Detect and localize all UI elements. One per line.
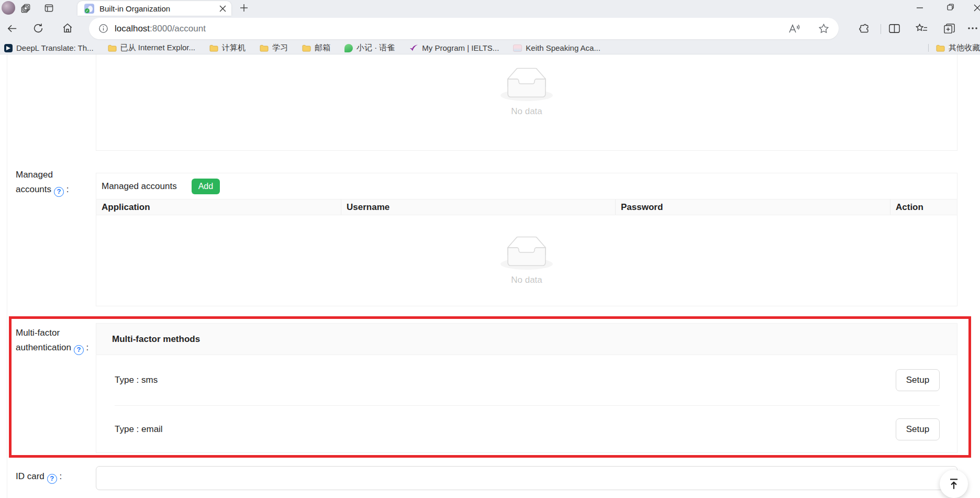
url-host: localhost xyxy=(115,24,150,34)
favorite-star-icon[interactable] xyxy=(818,23,829,34)
favorites-hub-icon[interactable] xyxy=(915,23,928,34)
read-aloud-icon[interactable] xyxy=(788,24,800,34)
yuque-icon xyxy=(344,44,353,52)
column-header-password[interactable]: Password xyxy=(616,200,890,215)
idcard-input[interactable] xyxy=(96,466,957,490)
scroll-top-icon xyxy=(947,477,961,491)
bookmark-keith[interactable]: Keith Speaking Aca... xyxy=(513,43,600,52)
mfa-row-email: Type : email Setup xyxy=(115,406,940,452)
refresh-icon[interactable] xyxy=(32,23,44,34)
folder-icon xyxy=(209,45,218,52)
keith-icon xyxy=(513,45,522,52)
folder-icon xyxy=(302,45,311,52)
idcard-field-label: ID card? : xyxy=(16,469,62,484)
browser-chrome: ✓ Built-in Organization xyxy=(0,0,980,54)
empty-text: No data xyxy=(511,275,542,285)
bookmark-folder-computer[interactable]: 计算机 xyxy=(209,43,246,53)
folder-icon xyxy=(936,45,945,52)
tab-actions-icon[interactable] xyxy=(44,3,54,13)
setup-button-email[interactable]: Setup xyxy=(896,418,940,440)
add-button[interactable]: Add xyxy=(192,179,220,194)
tab-strip: ✓ Built-in Organization xyxy=(0,0,980,16)
tab-close-icon[interactable] xyxy=(219,5,226,12)
mfa-type-label: Type : email xyxy=(115,424,163,435)
bookmarks-bar: DeepL Translate: Th... 已从 Internet Explo… xyxy=(0,42,980,54)
mfa-row-sms: Type : sms Setup xyxy=(115,355,940,406)
mfa-type-label: Type : sms xyxy=(115,375,158,385)
column-header-username[interactable]: Username xyxy=(341,200,616,215)
column-header-action[interactable]: Action xyxy=(890,200,957,215)
column-header-application[interactable]: Application xyxy=(96,200,341,215)
toolbar-divider xyxy=(881,24,881,34)
tab-title: Built-in Organization xyxy=(99,4,219,13)
folder-icon xyxy=(260,45,269,52)
profile-avatar[interactable] xyxy=(2,1,15,15)
bookmark-folder-study[interactable]: 学习 xyxy=(260,43,288,53)
new-tab-icon[interactable] xyxy=(240,4,248,12)
mfa-card: Multi-factor methods Type : sms Setup Ty… xyxy=(96,323,957,453)
browser-toolbar: localhost:8000/account xyxy=(0,16,980,42)
collections-icon[interactable] xyxy=(943,23,955,35)
home-icon[interactable] xyxy=(62,23,73,34)
mfa-list: Type : sms Setup Type : email Setup xyxy=(96,355,957,452)
help-icon[interactable]: ? xyxy=(54,187,64,197)
site-info-icon[interactable] xyxy=(98,24,108,34)
help-icon[interactable]: ? xyxy=(47,474,57,484)
deepl-icon xyxy=(4,44,13,52)
setup-button-sms[interactable]: Setup xyxy=(896,369,940,391)
other-favorites[interactable]: 其他收藏 xyxy=(928,43,980,53)
split-screen-icon[interactable] xyxy=(888,23,900,34)
top-table-card: No data xyxy=(96,54,957,151)
managed-accounts-title: Managed accounts xyxy=(102,181,177,192)
url-text[interactable]: localhost:8000/account xyxy=(115,24,206,34)
table-empty-body: No data xyxy=(96,215,957,306)
workspaces-icon[interactable] xyxy=(21,3,31,13)
bookmark-deepl[interactable]: DeepL Translate: Th... xyxy=(4,43,94,52)
folder-icon xyxy=(108,45,117,52)
managed-accounts-titlebar: Managed accounts Add xyxy=(96,173,957,200)
mfa-field-label: Multi-factor authentication? : xyxy=(16,326,88,355)
form-left-border xyxy=(7,54,7,498)
ielts-check-icon xyxy=(409,44,418,52)
back-to-top-button[interactable] xyxy=(940,470,968,498)
empty-box-icon xyxy=(500,236,553,270)
back-icon[interactable] xyxy=(6,23,18,35)
bookmarks-divider xyxy=(928,44,929,52)
settings-menu-icon[interactable] xyxy=(967,27,978,30)
mfa-card-title: Multi-factor methods xyxy=(96,324,957,355)
table-header-row: Application Username Password Action xyxy=(96,200,957,215)
page-content: No data Managed accounts? : Managed acco… xyxy=(0,54,980,498)
empty-box-icon xyxy=(500,68,553,101)
restore-window-icon[interactable] xyxy=(946,3,954,11)
casdoor-favicon-icon: ✓ xyxy=(84,4,94,14)
bookmark-yuque[interactable]: 小记 · 语雀 xyxy=(344,43,395,53)
minimize-window-icon[interactable] xyxy=(916,4,923,12)
managed-accounts-card: Managed accounts Add Application Usernam… xyxy=(96,173,957,306)
managed-accounts-field-label: Managed accounts? : xyxy=(16,168,69,197)
close-window-icon[interactable] xyxy=(974,4,980,12)
address-bar[interactable]: localhost:8000/account xyxy=(89,18,839,39)
url-path: :8000/account xyxy=(150,24,206,34)
bookmark-folder-mail[interactable]: 邮箱 xyxy=(302,43,330,53)
help-icon[interactable]: ? xyxy=(74,345,84,355)
browser-tab[interactable]: ✓ Built-in Organization xyxy=(77,1,231,16)
empty-text: No data xyxy=(511,106,542,117)
bookmark-folder-ie[interactable]: 已从 Internet Explor... xyxy=(108,43,195,53)
extensions-icon[interactable] xyxy=(859,23,870,35)
bookmark-ielts[interactable]: My Program | IELTS... xyxy=(409,43,499,52)
browser-window: ✓ Built-in Organization xyxy=(0,0,980,498)
